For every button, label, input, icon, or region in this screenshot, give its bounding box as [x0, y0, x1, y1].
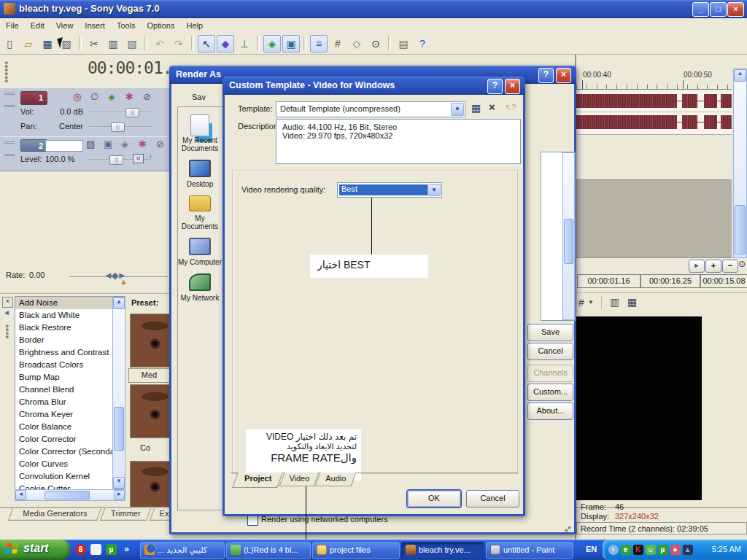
minimize-button[interactable]: _ [692, 2, 709, 17]
collapse-panel-icon[interactable]: ◄ [3, 308, 10, 316]
place-item-my-recent-documents[interactable]: My Recent Documents [178, 114, 222, 152]
file-list-edge[interactable] [541, 152, 576, 321]
taskbar-clock[interactable]: 5:25 AM [712, 545, 741, 553]
grid-spacing-icon[interactable]: # [329, 35, 347, 52]
arm-record-icon[interactable]: ◎ [73, 91, 81, 103]
tab-video[interactable]: Video [279, 472, 320, 486]
bypass-fx-icon[interactable]: ⊘ [143, 91, 151, 103]
custom-button[interactable]: Custom... [527, 384, 573, 401]
place-item-desktop[interactable]: Desktop [178, 160, 222, 188]
lock-envelopes-icon[interactable]: ▣ [282, 35, 300, 52]
track-fx-icon[interactable]: ◈ [121, 139, 128, 150]
kaspersky-tray-icon[interactable]: K [633, 545, 643, 555]
make-compositing-parent-icon[interactable]: ↑ [148, 152, 152, 163]
cancel-button[interactable]: Cancel [527, 343, 573, 360]
save-template-icon[interactable]: ▦ [471, 102, 481, 114]
plugin-item[interactable]: Convolution Kernel [15, 470, 125, 483]
menu-help[interactable]: Help [180, 18, 209, 34]
copy-icon[interactable]: ▥ [104, 35, 122, 52]
new-project-icon[interactable]: ▯ [1, 35, 18, 52]
preset-thumbnail[interactable] [130, 461, 171, 508]
pan-value[interactable]: Center [48, 122, 83, 131]
plugin-item[interactable]: Brightness and Contrast [15, 346, 125, 359]
save-button[interactable]: Save [527, 324, 573, 341]
plugin-item[interactable]: Black and White [15, 309, 125, 322]
timeline-ruler[interactable]: 00:00:40 00:00:50 [576, 69, 732, 90]
scroll-left-icon[interactable]: ◄ [15, 490, 26, 500]
plugin-scrollbar-horizontal[interactable]: ◄ ► [15, 489, 125, 501]
edit-tool-dropdown-icon[interactable]: ⊥ [236, 35, 253, 52]
plugin-item[interactable]: Bump Map [15, 371, 125, 384]
vol-slider-thumb[interactable]: ||| [125, 108, 139, 117]
scroll-down-icon[interactable]: ▼ [113, 477, 125, 489]
save-snapshot-icon[interactable]: ▦ [627, 296, 637, 308]
bypass-fx-icon[interactable]: ⊘ [156, 139, 164, 150]
plugin-item[interactable]: Chroma Keyer [15, 408, 125, 421]
close-button[interactable]: × [505, 79, 520, 94]
level-slider-thumb[interactable]: ||| [109, 155, 123, 165]
plugin-item[interactable]: Color Corrector [15, 433, 125, 446]
selection-length-field[interactable]: 00:00:15.08 [700, 274, 747, 288]
task-paint[interactable]: untitled - Paint [486, 542, 573, 559]
scroll-up-icon[interactable]: ▲ [113, 298, 125, 309]
tab-trimmer[interactable]: Trimmer [100, 508, 151, 521]
save-project-icon[interactable]: ▦ [39, 35, 56, 52]
tab-media-generators[interactable]: Media Generators [8, 508, 101, 521]
track-1-number[interactable]: 1 [20, 91, 47, 105]
automation-settings-icon[interactable]: ✱ [139, 139, 147, 150]
place-item-my-computer[interactable]: My Computer [178, 238, 222, 266]
menu-tools[interactable]: Tools [111, 18, 142, 34]
app-tray-icon[interactable]: ▲ [683, 545, 693, 555]
vol-value[interactable]: 0.0 dB [48, 107, 83, 116]
task-firefox-clip[interactable]: كلببي الجديد ... [140, 542, 225, 559]
plugin-item[interactable]: Color Balance [15, 421, 125, 433]
track-motion-icon[interactable]: ▣ [104, 139, 112, 150]
template-combobox[interactable]: Default Template (uncompressed) ▼ [276, 101, 465, 117]
emule-tray-icon[interactable]: e [621, 545, 631, 555]
preset-caption[interactable]: Co [140, 443, 169, 455]
level-value[interactable]: 100.0 % [45, 155, 74, 163]
preset-caption[interactable]: Med [128, 368, 170, 383]
selection-end-field[interactable]: 00:00:16.25 [640, 274, 700, 288]
track-grip[interactable] [4, 141, 15, 156]
pan-slider-thumb[interactable]: ||| [111, 122, 125, 132]
track-fx-icon[interactable]: ◈ [108, 91, 115, 103]
tab-project[interactable]: Project [232, 472, 283, 488]
bypass-motion-blur-icon[interactable]: ▨ [86, 139, 95, 150]
automation-settings-icon[interactable]: ✱ [125, 91, 133, 103]
normal-edit-tool-icon[interactable]: ↖ [198, 35, 215, 52]
scroll-thumb[interactable] [44, 491, 90, 499]
help-button[interactable]: ? [538, 68, 554, 83]
task-vegas[interactable]: bleach try.ve... [401, 542, 484, 559]
whats-this-help-icon[interactable]: ? [414, 35, 431, 52]
chevron-down-icon[interactable]: ▼ [427, 184, 441, 196]
rate-value[interactable]: 0.00 [29, 271, 44, 279]
zoom-tool-icon[interactable]: ⊙ [738, 259, 746, 269]
preset-thumbnail[interactable] [130, 384, 171, 438]
paste-icon[interactable]: ▧ [123, 35, 141, 52]
enable-snapping-icon[interactable]: ≡ [310, 35, 328, 52]
rate-marker-icon[interactable]: ▲ [120, 277, 128, 286]
task-msn-red[interactable]: (L)Red is 4 bl... [226, 542, 311, 559]
compositing-mode-icon[interactable]: α [133, 154, 144, 163]
track-2-name-field[interactable] [45, 140, 83, 152]
scroll-thumb[interactable] [735, 205, 746, 254]
plugin-scrollbar-vertical[interactable]: ▲ ▼ [112, 297, 125, 489]
preview-quality-icon[interactable]: # [578, 297, 584, 308]
network-render-checkbox[interactable] [247, 515, 258, 526]
plugin-item[interactable]: Broadcast Colors [15, 359, 125, 371]
menu-view[interactable]: View [50, 18, 80, 34]
ok-button[interactable]: OK [407, 490, 461, 508]
hide-tray-chevron-icon[interactable]: ‹ [608, 545, 619, 555]
plugin-item[interactable]: Channel Blend [15, 384, 125, 396]
menu-edit[interactable]: Edit [25, 18, 50, 34]
chevron-down-icon[interactable]: ▼ [451, 103, 464, 116]
open-mixer-icon[interactable]: ▤ [395, 35, 412, 52]
menu-file[interactable]: File [0, 18, 25, 34]
vol-slider-track[interactable] [89, 112, 153, 113]
main-titlebar[interactable]: bleach try.veg - Sony Vegas 7.0 _ □ × [0, 0, 747, 18]
plugin-item[interactable]: Chroma Blur [15, 396, 125, 408]
zoom-edit-tool-icon[interactable]: ⊙ [367, 35, 384, 52]
custom-template-titlebar[interactable]: Custom Template - Video for Windows [222, 77, 525, 95]
envelope-edit-tool-icon[interactable]: ◆ [217, 35, 234, 52]
